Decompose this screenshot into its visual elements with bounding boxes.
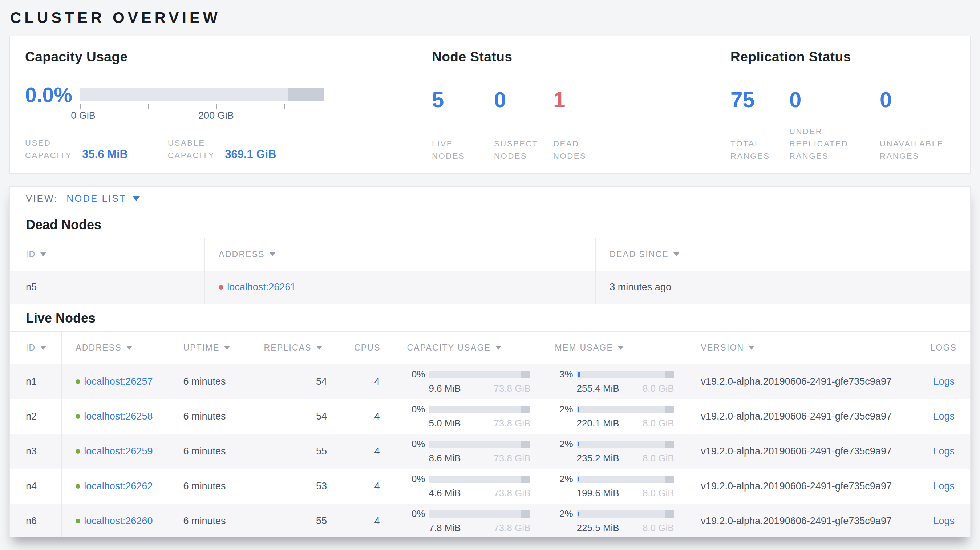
- logs-link[interactable]: Logs: [933, 376, 955, 387]
- logs-link[interactable]: Logs: [933, 411, 955, 422]
- column-header-address[interactable]: ADDRESS: [205, 238, 596, 271]
- mem-usage-bar-fill: [578, 512, 579, 516]
- cell-mem-usage: 2%220.1 MiB8.0 GiB: [541, 399, 687, 434]
- capacity-usage-heading: Capacity Usage: [25, 50, 432, 64]
- mem-usage-bar-remainder: [665, 441, 674, 448]
- mem-usage-used-value: 255.4 MiB: [577, 383, 619, 394]
- node-address-link[interactable]: localhost:26261: [227, 281, 296, 293]
- capacity-usage-percent: 0%: [406, 369, 425, 380]
- node-address-link[interactable]: localhost:26258: [84, 411, 153, 422]
- replication-status-stat: 75TOTAL RANGES: [730, 89, 789, 162]
- live-status-dot: [76, 379, 80, 384]
- live-status-dot: [76, 484, 80, 489]
- dead-status-dot: [219, 285, 223, 289]
- mem-usage-bar: [577, 475, 674, 483]
- capacity-usage-bar: [429, 371, 530, 378]
- gauge-tick-label-200: 200 GiB: [198, 110, 234, 121]
- capacity-gauge: 0 GiB 200 GiB: [80, 87, 324, 120]
- used-capacity-label: USED CAPACITY: [25, 137, 72, 162]
- table-row: n5localhost:262613 minutes ago: [10, 271, 970, 304]
- node-status-value: 5: [432, 89, 494, 111]
- capacity-usage-percent: 0%: [406, 404, 425, 415]
- gauge-tick: [284, 104, 285, 109]
- column-header-replicas[interactable]: REPLICAS: [250, 331, 340, 364]
- column-header-address[interactable]: ADDRESS: [62, 331, 169, 364]
- cell-mem-usage: 2%225.5 MiB8.0 GiB: [541, 504, 687, 537]
- cell-replicas: 54: [250, 399, 340, 434]
- cell-capacity-usage: 0%8.6 MiB73.8 GiB: [393, 434, 541, 469]
- sort-desc-icon: [495, 346, 501, 350]
- live-status-dot: [76, 449, 80, 454]
- mem-usage-total-value: 8.0 GiB: [643, 522, 674, 534]
- dead-nodes-table: IDADDRESSDEAD SINCE n5localhost:262613 m…: [10, 238, 970, 304]
- node-address-link[interactable]: localhost:26259: [84, 446, 153, 457]
- mem-usage-total-value: 8.0 GiB: [643, 383, 674, 394]
- column-label: DEAD SINCE: [609, 250, 669, 259]
- cell-logs: Logs: [916, 399, 970, 434]
- column-header-version[interactable]: VERSION: [687, 331, 916, 364]
- capacity-usage-total-value: 73.8 GiB: [494, 522, 530, 534]
- logs-link[interactable]: Logs: [933, 446, 955, 457]
- column-header-uptime[interactable]: UPTIME: [169, 331, 250, 364]
- cell-node-id: n3: [10, 434, 62, 469]
- node-address-link[interactable]: localhost:26262: [84, 481, 153, 492]
- used-capacity-value: 35.6 MiB: [82, 148, 128, 161]
- chevron-down-icon[interactable]: [132, 196, 140, 201]
- column-header-cpus: CPUS: [340, 331, 393, 364]
- cell-node-id: n6: [10, 504, 62, 537]
- node-address-link[interactable]: localhost:26260: [84, 515, 153, 527]
- column-label: CAPACITY USAGE: [407, 343, 491, 353]
- sort-desc-icon: [749, 346, 754, 350]
- view-selector[interactable]: NODE LIST: [67, 193, 126, 204]
- column-label: ID: [26, 343, 36, 353]
- gauge-tick: [216, 104, 217, 109]
- cell-capacity-usage: 0%4.6 MiB73.8 GiB: [393, 469, 541, 504]
- column-label: MEM USAGE: [555, 343, 613, 353]
- node-status-label: LIVE NODES: [432, 138, 494, 162]
- column-header-id[interactable]: ID: [10, 331, 62, 364]
- capacity-gauge-row: 0.0% 0 GiB 200 GiB: [25, 87, 432, 120]
- capacity-usage-used-value: 5.0 MiB: [429, 418, 461, 429]
- cell-dead-since: 3 minutes ago: [596, 271, 970, 304]
- sort-desc-icon: [673, 253, 679, 256]
- cell-replicas: 55: [250, 434, 340, 469]
- cell-address: localhost:26259: [62, 434, 169, 469]
- logs-link[interactable]: Logs: [933, 481, 955, 491]
- mem-usage-total-value: 8.0 GiB: [643, 488, 674, 499]
- node-address-link[interactable]: localhost:26257: [84, 376, 153, 387]
- cell-mem-usage: 2%235.2 MiB8.0 GiB: [541, 434, 687, 469]
- mem-usage-bar-remainder: [665, 406, 674, 413]
- cell-uptime: 6 minutes: [169, 434, 250, 469]
- mem-usage-bar-fill: [578, 442, 579, 447]
- cell-logs: Logs: [916, 364, 970, 399]
- view-selector-bar: VIEW: NODE LIST: [10, 187, 970, 210]
- column-header-id[interactable]: ID: [10, 238, 205, 271]
- capacity-used-percent: 0.0%: [25, 85, 80, 105]
- table-row: n4localhost:262626 minutes5340%4.6 MiB73…: [10, 469, 970, 504]
- column-header-capacity-usage[interactable]: CAPACITY USAGE: [393, 331, 541, 364]
- column-header-logs: LOGS: [916, 331, 970, 364]
- capacity-usage-total-value: 73.8 GiB: [494, 418, 530, 429]
- capacity-usage-used-value: 8.6 MiB: [429, 453, 461, 464]
- mem-usage-used-value: 235.2 MiB: [577, 453, 619, 464]
- node-status-value: 0: [494, 89, 553, 111]
- cell-node-id: n4: [10, 469, 62, 504]
- cell-address: localhost:26258: [62, 399, 169, 434]
- cell-version: v19.2.0-alpha.20190606-2491-gfe735c9a97: [687, 469, 916, 504]
- mem-usage-bar: [577, 441, 674, 448]
- mem-usage-bar-remainder: [665, 475, 674, 483]
- column-header-mem-usage[interactable]: MEM USAGE: [541, 331, 687, 364]
- cell-mem-usage: 2%199.6 MiB8.0 GiB: [541, 469, 687, 504]
- column-label: ID: [26, 250, 36, 259]
- column-header-dead-since[interactable]: DEAD SINCE: [596, 238, 970, 271]
- mem-usage-percent: 3%: [554, 369, 573, 380]
- column-label: UPTIME: [183, 343, 220, 353]
- cell-logs: Logs: [916, 504, 970, 537]
- replication-status-value: 0: [789, 89, 880, 111]
- cell-replicas: 55: [250, 504, 340, 537]
- cell-mem-usage: 3%255.4 MiB8.0 GiB: [541, 364, 687, 399]
- mem-usage-bar: [577, 406, 674, 413]
- capacity-usage-total-value: 73.8 GiB: [494, 383, 530, 394]
- cell-cpus: 4: [340, 434, 393, 469]
- logs-link[interactable]: Logs: [933, 515, 955, 526]
